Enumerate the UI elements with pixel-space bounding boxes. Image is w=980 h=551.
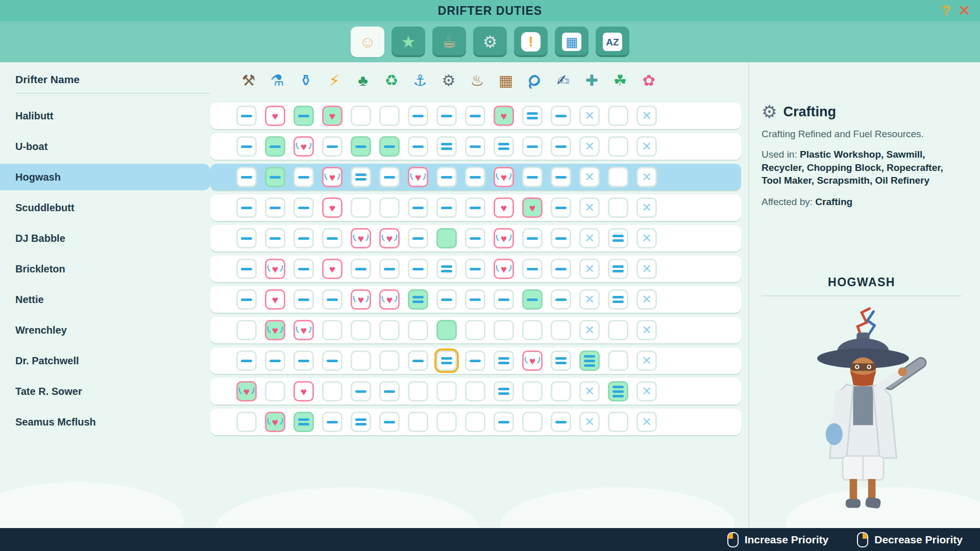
duty-cell-d1[interactable] [293, 289, 314, 310]
duty-cell-d1[interactable] [293, 259, 314, 279]
duty-cell-g2[interactable] [293, 412, 314, 432]
duty-cell-hd[interactable]: ♥ [293, 320, 314, 340]
duty-cell-g1[interactable] [293, 106, 314, 126]
duty-cell-x[interactable]: ✕ [579, 289, 600, 310]
duty-cell-x[interactable]: ✕ [579, 381, 600, 402]
duty-cell-d1[interactable] [465, 136, 485, 157]
duty-cell-e[interactable] [551, 320, 571, 340]
duty-cell-d1[interactable] [293, 197, 314, 218]
drifter-name[interactable]: Nettie [0, 286, 210, 313]
duty-cell-e[interactable] [236, 320, 257, 340]
duty-cell-e[interactable] [379, 106, 400, 126]
duty-cell-e[interactable] [351, 106, 371, 126]
duty-cell-g1[interactable] [522, 289, 543, 310]
duty-cell-h[interactable]: ♥ [293, 381, 314, 402]
duty-cell-d1[interactable] [236, 350, 257, 371]
duty-cell-hd[interactable]: ♥ [522, 350, 543, 371]
duty-cell-d1[interactable] [522, 136, 543, 157]
duty-cell-hg[interactable]: ♥ [522, 197, 543, 218]
duty-cell-x[interactable]: ✕ [579, 106, 600, 126]
duty-cell-h[interactable]: ♥ [322, 259, 342, 279]
close-button[interactable]: ✕ [955, 1, 974, 20]
duty-cell-g1[interactable] [265, 136, 285, 157]
tab-face-bowl[interactable]: ☕ [432, 27, 466, 57]
duty-cell-hd[interactable]: ♥ [379, 228, 400, 248]
duty-cell-d1[interactable] [265, 197, 285, 218]
duty-cell-d1[interactable] [465, 350, 485, 371]
duty-cell-x[interactable]: ✕ [636, 197, 657, 218]
duty-cell-e[interactable] [465, 412, 485, 432]
duty-cell-d1[interactable] [465, 259, 485, 279]
duty-cell-e[interactable] [608, 412, 628, 432]
duty-cell-hd[interactable]: ♥ [351, 289, 371, 310]
duty-cell-d1[interactable] [494, 412, 514, 432]
drifter-name[interactable]: Seamus Mcflush [0, 409, 210, 435]
duty-cell-e[interactable] [522, 381, 543, 402]
drifter-name[interactable]: Brickleton [0, 256, 210, 282]
duty-cell-d1[interactable] [265, 350, 285, 371]
duty-cell-e[interactable] [265, 381, 285, 402]
duty-cell-ge[interactable] [436, 228, 457, 248]
duty-cell-d2[interactable] [608, 289, 628, 310]
duty-cell-x[interactable]: ✕ [636, 167, 657, 187]
drifter-name[interactable]: Dr. Patchwell [0, 347, 210, 374]
duty-cell-d1[interactable] [379, 167, 400, 187]
duty-cell-d1[interactable] [322, 228, 342, 248]
duty-cell-g1[interactable] [379, 136, 400, 157]
duty-cell-e[interactable] [494, 320, 514, 340]
jug-icon[interactable]: ⚱ [299, 73, 312, 88]
duty-cell-h[interactable]: ♥ [265, 289, 285, 310]
duty-cell-d1[interactable] [293, 167, 314, 187]
duty-cell-d1[interactable] [236, 259, 257, 279]
tab-face-stars[interactable]: ★ [391, 27, 425, 57]
duty-cell-e[interactable] [465, 320, 485, 340]
duty-cell-e[interactable] [436, 381, 457, 402]
duty-cell-d1[interactable] [436, 167, 457, 187]
duty-cell-d1[interactable] [551, 228, 571, 248]
duty-cell-e[interactable] [322, 320, 342, 340]
duty-cell-d1[interactable] [465, 197, 485, 218]
duty-cell-d1[interactable] [322, 136, 342, 157]
duty-cell-x[interactable]: ✕ [636, 320, 657, 340]
machine-icon[interactable]: ⚙ [442, 73, 456, 88]
tab-dictionary[interactable]: AZ [596, 27, 629, 57]
duty-cell-d1[interactable] [322, 350, 342, 371]
drifter-name[interactable]: Scuddlebutt [0, 194, 210, 221]
duty-cell-g1[interactable] [265, 167, 285, 187]
duty-cell-e[interactable] [379, 350, 400, 371]
duty-cell-d1[interactable] [351, 259, 371, 279]
recycle-icon[interactable]: ♻ [385, 73, 399, 88]
duty-cell-x[interactable]: ✕ [579, 320, 600, 340]
duty-cell-e[interactable] [608, 197, 628, 218]
duty-cell-d2[interactable] [436, 350, 457, 371]
duty-cell-d1[interactable] [436, 289, 457, 310]
duty-cell-e[interactable] [322, 381, 342, 402]
duty-cell-d1[interactable] [265, 228, 285, 248]
duty-cell-x[interactable]: ✕ [579, 197, 600, 218]
duty-cell-d1[interactable] [236, 106, 257, 126]
compost-icon[interactable]: ♨ [471, 73, 484, 88]
duty-cell-hd[interactable]: ♥ [351, 228, 371, 248]
duty-cell-d1[interactable] [408, 259, 428, 279]
duty-cell-h[interactable]: ♥ [322, 197, 342, 218]
duty-cell-d1[interactable] [236, 228, 257, 248]
duty-cell-d2[interactable] [436, 259, 457, 279]
duty-cell-x[interactable]: ✕ [579, 228, 600, 248]
duty-cell-d2[interactable] [608, 259, 628, 279]
duty-cell-d1[interactable] [408, 106, 428, 126]
duty-cell-d1[interactable] [293, 228, 314, 248]
duty-cell-x[interactable]: ✕ [579, 412, 600, 432]
duty-cell-hd[interactable]: ♥ [293, 136, 314, 157]
duty-cell-e[interactable] [351, 197, 371, 218]
duty-cell-d1[interactable] [551, 167, 571, 187]
duty-cell-d1[interactable] [551, 289, 571, 310]
duty-cell-e[interactable] [608, 350, 628, 371]
duty-cell-d1[interactable] [236, 197, 257, 218]
duty-cell-d1[interactable] [436, 197, 457, 218]
duty-cell-x[interactable]: ✕ [636, 136, 657, 157]
duty-cell-e[interactable] [522, 320, 543, 340]
duty-cell-g3[interactable] [579, 350, 600, 371]
duty-cell-e[interactable] [351, 320, 371, 340]
duty-cell-d2[interactable] [608, 228, 628, 248]
increase-priority-hint[interactable]: Increase Priority [727, 532, 829, 547]
